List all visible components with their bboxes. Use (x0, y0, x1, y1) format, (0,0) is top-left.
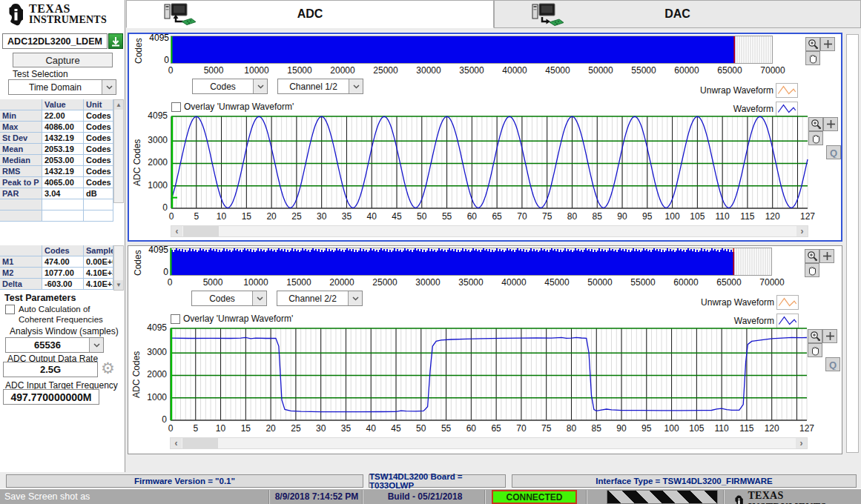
table-header-row: CodesSample (0, 245, 113, 256)
waveform-line-icon (776, 102, 798, 116)
ti-logo-text: TEXAS INSTRUMENTS (29, 3, 107, 26)
scroll-thumb[interactable] (182, 438, 218, 448)
load-device-button[interactable] (108, 33, 123, 49)
tab-adc-label: ADC (297, 7, 323, 21)
chevron-down-icon[interactable] (252, 291, 266, 305)
zoom-in-button[interactable] (820, 37, 835, 51)
analysis-window-dropdown[interactable]: 65536 (5, 337, 104, 353)
chevron-down-icon[interactable] (348, 291, 362, 305)
overlay-unwrap-checkbox[interactable] (171, 314, 180, 324)
pan-hand-button[interactable] (805, 263, 819, 277)
unit-value: Codes (192, 291, 252, 305)
ti-logo-line2: INSTRUMENTS (29, 15, 107, 25)
zoom-tool-button[interactable] (805, 249, 819, 263)
axis-tick-label: 50000 (583, 65, 618, 76)
test-selection-label: Test Selection (13, 69, 68, 79)
zoom-in-button[interactable] (819, 249, 834, 263)
rescale-button[interactable]: Q (825, 357, 840, 371)
zoom-in-button[interactable] (822, 329, 837, 343)
capture-button[interactable]: Capture (13, 53, 113, 67)
overlay-unwrap-checkbox[interactable] (171, 102, 181, 112)
table-cell: Codes (84, 144, 113, 155)
chevron-down-icon[interactable] (89, 338, 103, 352)
axis-tick-label: 70 (510, 211, 534, 222)
axis-tick-label: 70000 (754, 277, 790, 288)
zoom-tool-button[interactable] (805, 37, 820, 51)
tab-adc[interactable]: ADC (126, 0, 494, 28)
vertical-scrollbar[interactable] (846, 34, 859, 453)
gear-icon[interactable]: ⚙ (101, 360, 115, 376)
unwrap-waveform-line-icon (776, 295, 799, 310)
axis-tick-label: 55 (435, 211, 459, 222)
table-header-cell (0, 99, 42, 110)
table-row: Delta-603.004.10E+3 (0, 279, 113, 290)
table-cell: 2053.19 (42, 144, 84, 155)
axis-tick-label: 110 (710, 211, 734, 222)
zoom-in-button[interactable] (823, 117, 838, 131)
test-selection-dropdown[interactable]: Time Domain (8, 79, 116, 95)
channel-dropdown[interactable]: Channel 2/2 (277, 291, 363, 306)
axis-tick-label: 85 (584, 423, 608, 434)
waveform-plot[interactable] (171, 116, 808, 209)
axis-tick-label: 2000 (139, 157, 168, 168)
divider (484, 490, 486, 504)
axis-tick-label: 60000 (669, 65, 705, 76)
table-cell: Mean (0, 144, 42, 155)
axis-tick-label: 30 (309, 423, 333, 434)
plot-zoom-controls: Q (808, 117, 842, 159)
overview-plot[interactable] (171, 36, 773, 64)
table-cell: Codes (84, 110, 113, 122)
scroll-left-icon[interactable]: ‹ (171, 226, 182, 236)
zoom-tool-button[interactable] (808, 329, 822, 343)
scroll-right-icon[interactable]: › (796, 438, 807, 448)
scroll-up-icon[interactable]: ▲ (114, 100, 123, 110)
unit-dropdown[interactable]: Codes (192, 79, 268, 94)
channel-value: Channel 1/2 (278, 79, 349, 93)
axis-tick-label: 10 (209, 423, 233, 434)
chevron-down-icon[interactable] (349, 79, 363, 93)
zoom-tool-button[interactable] (808, 117, 823, 131)
stats-table-scrollbar[interactable]: ▲ (113, 99, 124, 203)
channel-dropdown[interactable]: Channel 1/2 (277, 79, 363, 94)
axis-tick-label: 100 (660, 423, 684, 434)
plot-h-scrollbar[interactable]: ‹ › (170, 437, 808, 449)
pan-hand-button[interactable] (808, 131, 823, 145)
main-y-axis: 01000200030004095 (139, 116, 169, 209)
chevron-down-icon[interactable] (253, 79, 267, 93)
test-selection-value: Time Domain (9, 80, 102, 94)
save-screenshot-label[interactable]: Save Screen shot as (4, 491, 90, 502)
scroll-thumb[interactable] (183, 226, 219, 236)
device-select[interactable]: ADC12DL3200_LDEM (2, 33, 108, 49)
marker-table-scrollbar[interactable]: ▼ (113, 245, 124, 291)
scroll-left-icon[interactable]: ‹ (171, 438, 182, 448)
scroll-right-icon[interactable]: › (796, 226, 808, 236)
overview-x-axis: 0500010000150002000025000300003500040000… (170, 277, 772, 287)
axis-tick-label: 127 (796, 211, 819, 222)
tab-dac[interactable]: DAC (494, 0, 861, 28)
table-row: RMS1432.19Codes (0, 166, 113, 177)
scroll-down-icon[interactable]: ▼ (114, 280, 123, 290)
table-cell: Peak to P (0, 177, 42, 188)
plot-h-scrollbar[interactable]: ‹ › (171, 225, 808, 237)
axis-tick-label: 50 (410, 211, 434, 222)
pan-hand-button[interactable] (808, 343, 822, 357)
legend-unwrap-waveform: Unwrap Waveform (700, 83, 798, 98)
chevron-down-icon[interactable] (102, 80, 116, 94)
analysis-window-label: Analysis Window (samples) (10, 326, 119, 336)
target-frequency-input[interactable]: 497.770000000M (3, 389, 99, 405)
unit-dropdown[interactable]: Codes (191, 291, 267, 306)
ti-bug-icon (4, 3, 27, 27)
tab-dac-label: DAC (664, 7, 690, 21)
data-rate-input[interactable]: 2.5G (3, 362, 98, 377)
rescale-button[interactable]: Q (826, 145, 841, 159)
waveform-plot[interactable] (170, 328, 808, 421)
axis-tick-label: 5 (184, 423, 208, 434)
axis-tick-label: 25000 (368, 65, 403, 76)
axis-tick-label: 70 (509, 423, 533, 434)
auto-calc-checkbox[interactable] (5, 305, 15, 314)
table-cell: PAR (0, 188, 42, 199)
firmware-version-box: Firmware Version = "0.1" (6, 474, 363, 488)
overview-plot[interactable] (170, 248, 772, 276)
pan-hand-button[interactable] (805, 51, 820, 65)
table-row: M21077.004.10E+3 (0, 268, 113, 279)
